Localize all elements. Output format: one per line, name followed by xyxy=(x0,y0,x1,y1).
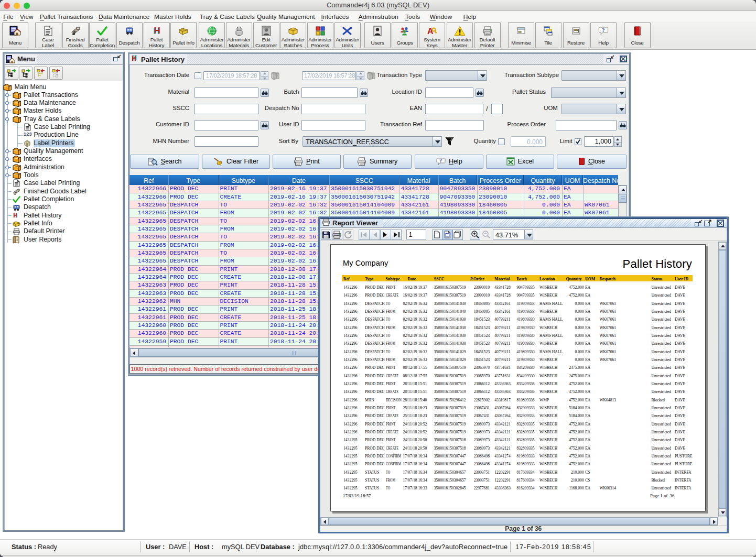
svg-text:H: H xyxy=(154,26,160,36)
svg-text:?: ? xyxy=(439,158,442,163)
svg-text:?: ? xyxy=(602,27,604,33)
